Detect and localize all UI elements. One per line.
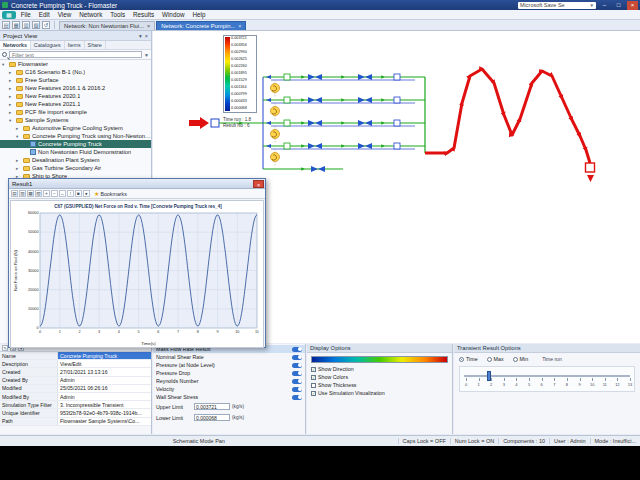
radio-option-time[interactable]: Time [459,356,478,362]
property-value[interactable]: 3. Incompressible Transient [58,401,151,408]
property-value[interactable]: 27/01/2021 13:13:16 [58,368,151,375]
tree-item[interactable]: ▸Desalination Plant System [0,156,151,164]
radio-icon[interactable] [513,357,518,362]
result-close-icon[interactable]: × [253,180,264,188]
expander-icon[interactable]: ▸ [16,166,21,171]
close-icon[interactable]: × [238,23,241,29]
toggle-switch[interactable] [292,347,302,352]
title-search-box[interactable]: Microsoft Save Se ▼ [518,2,596,9]
tree-item[interactable]: Non Newtonian Fluid Demonstration [0,148,151,156]
expander-icon[interactable] [23,142,28,147]
copy-icon[interactable]: ▥ [19,190,26,197]
expander-icon[interactable]: ▸ [9,78,14,83]
slider-handle[interactable] [487,371,491,381]
property-value[interactable]: Concrete Pumping Truck [58,352,151,359]
panel-close-icon[interactable]: × [145,33,148,39]
undo-icon[interactable]: ↺ [42,21,50,29]
zoom-out-icon[interactable]: − [51,190,58,197]
pin-icon[interactable]: ▾ [139,33,142,39]
tree-item[interactable]: Concrete Pumping Truck [0,140,151,148]
new-network-icon[interactable]: ▤ [2,21,10,29]
tree-item[interactable]: ▸New Features 2020.1 [0,92,151,100]
save-icon[interactable]: ▤ [11,190,18,197]
tree-item[interactable]: ▸Free Surface [0,76,151,84]
property-value[interactable]: Admin [58,377,151,384]
close-icon[interactable]: × [147,23,150,29]
app-menu-button[interactable]: ▦ [2,11,16,19]
sidebar-tab-share[interactable]: Share [85,41,106,49]
result-window-titlebar[interactable]: Result1 × [9,179,265,189]
export-icon[interactable]: ▧ [35,190,42,197]
expander-icon[interactable]: ▸ [9,94,14,99]
sidebar-tab-networks[interactable]: Networks [0,41,31,49]
toggle-switch[interactable] [292,363,302,368]
property-value[interactable]: Admin [58,393,151,400]
property-value[interactable]: 25/05/2021 06:26:16 [58,385,151,392]
toggle-switch[interactable] [292,379,302,384]
menu-results[interactable]: Results [129,10,158,20]
bookmarks-label[interactable]: Bookmarks [100,191,127,197]
print-icon[interactable]: ▧ [32,21,40,29]
pan-icon[interactable]: ↔ [59,190,66,197]
property-value[interactable]: Flowmaster Sample Systems\Co... [58,418,151,425]
menu-window[interactable]: Window [158,10,188,20]
maximize-button[interactable]: □ [613,1,624,10]
expander-icon[interactable]: ▾ [2,62,7,67]
upper-limit-input[interactable]: 0.003721 [194,403,230,410]
menu-edit[interactable]: Edit [35,10,54,20]
upper-limit-unit[interactable]: (kg/s) [232,404,244,409]
lower-limit-unit[interactable]: (kg/s) [232,415,244,420]
result-window[interactable]: Result1 × ▤▥▦▧+−↔↕■●★Bookmarks 012345678… [8,178,266,348]
toggle-switch[interactable] [292,355,302,360]
checkbox-icon[interactable]: ✓ [311,375,316,380]
menu-help[interactable]: Help [188,10,209,20]
fit-icon[interactable]: ↕ [67,190,74,197]
menu-network[interactable]: Network [75,10,106,20]
tree-item[interactable]: ▸PCF file import example [0,108,151,116]
filter-icon[interactable]: ▼ [144,52,149,58]
sidebar-tab-catalogues[interactable]: Catalogues [31,41,65,49]
checkbox-icon[interactable]: ✓ [311,367,316,372]
minimize-button[interactable]: – [599,1,610,10]
tree-item[interactable]: ▾Concrete Pumping Truck using Non-Newton… [0,132,151,140]
checkbox-icon[interactable]: ✓ [311,391,316,396]
radio-icon[interactable] [459,357,464,362]
tree-item[interactable]: ▸Automotive Engine Cooling System [0,124,151,132]
print-icon[interactable]: ▦ [27,190,34,197]
expander-icon[interactable]: ▸ [9,70,14,75]
toggle-switch[interactable] [292,371,302,376]
zoom-in-icon[interactable]: + [43,190,50,197]
document-tab[interactable]: Network: Concrete Pumpin...× [156,21,246,30]
expander-icon[interactable]: ▾ [9,118,14,123]
tree-item[interactable]: ▾Sample Systems [0,116,151,124]
close-button[interactable]: × [627,1,638,10]
radio-option-max[interactable]: Max [487,356,504,362]
tree-item[interactable]: ▾Flowmaster [0,60,151,68]
document-tab[interactable]: Network: Non Newtonian Flui...× [59,21,155,30]
expander-icon[interactable]: ▸ [9,86,14,91]
tree-item[interactable]: ▸C16 Scenario B-1 (No.) [0,68,151,76]
expander-icon[interactable]: ▾ [16,134,21,139]
save-icon[interactable]: ▥ [22,21,30,29]
toggle-switch[interactable] [292,387,302,392]
display-color-gradient[interactable] [311,356,448,363]
checkbox-icon[interactable] [311,383,316,388]
radio-icon[interactable] [487,357,492,362]
property-value[interactable]: 953f2b78-92e0-4b79-938c-1914b... [58,409,151,416]
tree-item[interactable]: ▸New Features 2016.1 & 2016.2 [0,84,151,92]
expander-icon[interactable]: ▸ [16,126,21,131]
bookmark-star-icon[interactable]: ★ [94,190,99,197]
menu-tools[interactable]: Tools [106,10,129,20]
menu-file[interactable]: File [17,10,35,20]
lower-limit-input[interactable]: 0.000068 [194,414,230,421]
expander-icon[interactable]: ▸ [16,158,21,163]
sidebar-tab-items[interactable]: Items [65,41,85,49]
expander-icon[interactable]: ▸ [9,102,14,107]
property-value[interactable]: View/Edit [58,360,151,367]
time-slider[interactable]: 012345678910111213 [459,366,635,392]
expander-icon[interactable]: ▸ [9,110,14,115]
tree-search-input[interactable] [9,51,142,58]
toggle-switch[interactable] [292,395,302,400]
chevron-down-icon[interactable]: ▼ [590,3,594,8]
open-icon[interactable]: ▦ [12,21,20,29]
